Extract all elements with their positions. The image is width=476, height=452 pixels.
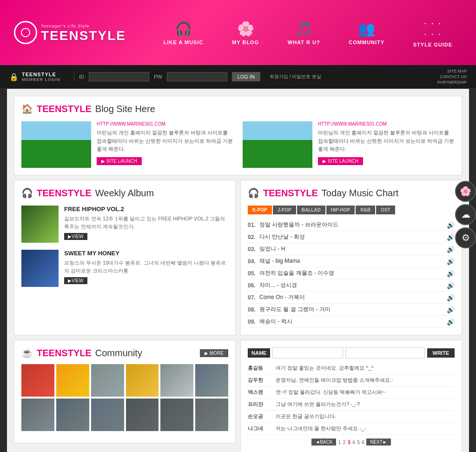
nav-label-blog: MY BLOG	[232, 40, 259, 45]
play-icon-5[interactable]: 🔊	[447, 270, 455, 277]
blog-title-text: Blog Site Here	[95, 104, 155, 114]
msg-item-1: 홍갈동 여기 정말 좋있는 곳이네요. 강추할께요 ^_^	[248, 362, 455, 374]
tab-kpop[interactable]: K-POP	[248, 206, 272, 214]
msg-name-label: NAME	[248, 348, 270, 358]
community-grid-item-7[interactable]	[21, 399, 54, 431]
chart-num-6: 06.	[248, 282, 259, 289]
community-grid-item-6[interactable]	[195, 364, 228, 397]
login-button[interactable]: LOG IN	[232, 72, 260, 81]
chart-item-5: 05. 여전히 입술을 깨물죠 - 이수영 🔊	[248, 267, 455, 279]
album-view-btn-2[interactable]: ▶VIEW	[64, 277, 87, 284]
tab-jpop[interactable]: J-POP	[273, 206, 296, 214]
community-grid-item-4[interactable]	[126, 364, 159, 397]
nav-like-a-music[interactable]: 🎧 LIKE A MUSIC	[164, 20, 204, 45]
tab-hiphop[interactable]: HIP-HOP	[326, 206, 355, 214]
blog-content-1: HTTP://WWW.MARINES01.COM 마린님의 개인 홈페이지 깔끔…	[97, 121, 233, 168]
page-3[interactable]: 3	[348, 439, 350, 445]
msg-user-5: 손오공	[248, 413, 271, 420]
login-brand-sub: MEMBER LOGIN	[22, 77, 60, 82]
coffee-icon: ☕	[21, 347, 33, 359]
community-grid-item-2[interactable]	[56, 364, 89, 397]
community-grid-item-8[interactable]	[56, 399, 89, 431]
chart-item-2: 02. 다시 만난날 - 휘성 🔊	[248, 231, 455, 243]
community-grid-item-1[interactable]	[21, 364, 54, 397]
nav-my-blog[interactable]: 🌸 MY BLOG	[232, 20, 259, 45]
tab-ost[interactable]: OST	[376, 206, 395, 214]
msg-text-6: 저는 나그네인데.올 한사람만 주세요 -_-	[276, 425, 455, 432]
community-grid-item-3[interactable]	[91, 364, 124, 397]
side-icon-gear[interactable]: ⚙	[455, 227, 476, 248]
chart-song-4: 채널 - big Mama	[259, 257, 447, 265]
play-icon-8[interactable]: 🔊	[447, 306, 455, 313]
blog-thumb-2	[243, 121, 312, 168]
community-grid-item-12[interactable]	[195, 399, 228, 431]
prev-page-btn[interactable]: ◄BACK	[311, 439, 336, 445]
nav-what-r-u[interactable]: 🎵 WHAT R U?	[288, 20, 320, 45]
chart-tabs: K-POP J-POP BALLAD HIP-HOP R&B OST	[248, 206, 455, 214]
play-icon-2[interactable]: 🔊	[447, 233, 455, 241]
album-thumb-2	[21, 250, 59, 287]
logo-icon	[14, 21, 37, 44]
dots-icon: · · ·· · ·	[424, 18, 442, 39]
community-grid-item-11[interactable]	[160, 399, 193, 431]
chart-item-6: 06. 차미... - 성시경 🔊	[248, 279, 455, 292]
tab-ballad[interactable]: BALLAD	[297, 206, 325, 214]
album-brand: TEENSTYLE	[37, 188, 92, 199]
blog-thumb-img-2	[243, 121, 312, 168]
msg-item-2: 김두한 운영자님. 연예인들 메이크업 방법좀 소개해주세요.:	[248, 374, 455, 386]
chart-song-7: Come On - 거북이	[259, 293, 447, 301]
album-desc-1: 길보드차트 연속 12주 1위를 달리고 있는 FREE HIPHOP VOL.…	[64, 215, 228, 230]
play-icon-9[interactable]: 🔊	[447, 318, 455, 326]
play-icon-3[interactable]: 🔊	[447, 246, 455, 253]
album-desc-2: 프랑스의 무서운 10대가수 봉쥬르. 그녀의 네번째 앨범이 나왔다 봉쥬르의…	[64, 259, 228, 274]
nav-community[interactable]: 👥 COMMUNITY	[349, 20, 384, 45]
msg-content-input[interactable]	[345, 347, 424, 359]
page-6[interactable]: 6	[362, 439, 364, 445]
id-input[interactable]	[89, 72, 149, 81]
community-grid-item-10[interactable]	[126, 399, 159, 431]
side-icon-flower[interactable]: 🌸	[455, 181, 476, 202]
site-launch-btn-1[interactable]: ▶ SITE LAUNCH	[97, 157, 142, 165]
next-page-btn[interactable]: NEXT►	[366, 439, 391, 445]
play-icon-7[interactable]: 🔊	[447, 294, 455, 301]
sitemap-link[interactable]: SITE MAP	[447, 69, 467, 73]
community-grid	[21, 364, 228, 431]
play-icon-1[interactable]: 🔊	[447, 221, 455, 229]
community-grid-item-5[interactable]	[160, 364, 193, 397]
page-4[interactable]: 4	[352, 439, 355, 445]
msg-text-2: 운영자님. 연예인들 메이크업 방법좀 소개해주세요.:	[276, 377, 455, 384]
community-section: ☕ TEENSTYLE Community ▶ MORE	[14, 340, 236, 443]
contact-link[interactable]: CONTACT US	[440, 74, 467, 79]
msg-name-input[interactable]	[272, 347, 343, 359]
community-title: ☕ TEENSTYLE Community	[21, 347, 142, 359]
play-icon-6[interactable]: 🔊	[447, 282, 455, 289]
write-button[interactable]: WRITE	[427, 348, 455, 358]
msg-text-4: 그냥 여기에 쓰면 올라가는건가? -_-?	[276, 401, 455, 408]
logo-tagline: Teenager's Life Style	[41, 24, 126, 28]
chart-item-3: 03. 잊었니 - H 🔊	[248, 243, 455, 255]
page-2[interactable]: 2	[343, 439, 346, 445]
blog-text-1: 마린님의 개인 홈페이지 깔끔한 블루톤의 바탕과 사이트를 접속할때마다 바뀌…	[97, 129, 233, 153]
album-view-btn-1[interactable]: ▶VIEW	[64, 233, 87, 240]
nav-style-guide[interactable]: · · ·· · · STYLE GUIDE	[413, 18, 452, 47]
blog-section: 🏠 TEENSTYLE Blog Site Here HTTP://WWW.MA…	[14, 96, 462, 175]
play-icon-4[interactable]: 🔊	[447, 258, 455, 265]
chart-num-7: 07.	[248, 294, 259, 301]
chart-num-4: 04.	[248, 258, 259, 265]
pw-input[interactable]	[167, 72, 227, 81]
blog-content-2: HTTP://WWW.MARINES01.COM 마린님의 개인 홈페이지 깔끔…	[318, 121, 455, 168]
side-icon-cloud[interactable]: ☁	[455, 204, 476, 225]
page-5[interactable]: 5	[357, 439, 360, 445]
community-grid-item-9[interactable]	[91, 399, 124, 431]
chart-brand: TEENSTYLE	[263, 188, 318, 199]
login-right-links: SITE MAP CONTACT US PARTNERSHIP	[437, 69, 467, 85]
chart-num-1: 01.	[248, 222, 259, 228]
page-1[interactable]: 1	[338, 439, 341, 445]
community-more-btn[interactable]: ▶ MORE	[200, 349, 228, 357]
album-title-text: Weekly Album	[95, 188, 154, 199]
partnership-link[interactable]: PARTNERSHIP	[437, 80, 467, 85]
site-launch-btn-2[interactable]: ▶ SITE LAUNCH	[318, 157, 363, 165]
tab-rb[interactable]: R&B	[356, 206, 375, 214]
blog-section-title: 🏠 TEENSTYLE Blog Site Here	[21, 103, 455, 114]
msg-text-5: 이곳은 한글 글쓰기입니다.	[276, 413, 455, 420]
